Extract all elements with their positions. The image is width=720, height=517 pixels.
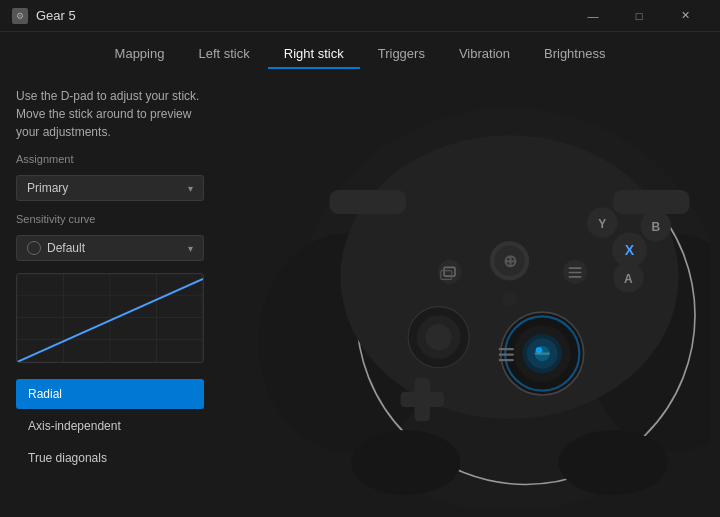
svg-rect-50 — [415, 378, 430, 422]
title-bar-left: ⚙ Gear 5 — [12, 8, 76, 24]
tab-left-stick[interactable]: Left stick — [182, 40, 265, 69]
sensitivity-value: Default — [47, 241, 85, 255]
maximize-button[interactable]: □ — [616, 0, 662, 32]
tab-right-stick[interactable]: Right stick — [268, 40, 360, 69]
tab-mapping[interactable]: Mapping — [99, 40, 181, 69]
assignment-value: Primary — [27, 181, 68, 195]
app-title: Gear 5 — [36, 8, 76, 23]
svg-rect-15 — [330, 190, 406, 214]
sensitivity-icon — [27, 241, 41, 255]
svg-rect-16 — [613, 190, 689, 214]
svg-rect-27 — [568, 272, 581, 274]
app-icon: ⚙ — [12, 8, 28, 24]
assignment-group: Assignment Primary ▾ — [16, 153, 204, 201]
sensitivity-chevron-icon: ▾ — [188, 243, 193, 254]
mode-buttons: Radial Axis-independent True diagonals — [16, 379, 204, 473]
svg-rect-47 — [499, 354, 514, 356]
assignment-label: Assignment — [16, 153, 204, 165]
left-panel: Use the D-pad to adjust your stick. Move… — [0, 69, 220, 508]
instructions-text: Use the D-pad to adjust your stick. Move… — [16, 87, 204, 141]
svg-point-51 — [351, 430, 460, 495]
svg-text:B: B — [651, 220, 660, 234]
mode-axis-independent-button[interactable]: Axis-independent — [16, 411, 204, 441]
mode-radial-button[interactable]: Radial — [16, 379, 204, 409]
assignment-dropdown[interactable]: Primary ▾ — [16, 175, 204, 201]
main-content: Use the D-pad to adjust your stick. Move… — [0, 69, 720, 508]
svg-text:X: X — [625, 242, 635, 258]
svg-text:A: A — [624, 272, 633, 286]
right-panel: X Y B A ⊕ — [220, 69, 720, 508]
sensitivity-label: Sensitivity curve — [16, 213, 204, 225]
sensitivity-group: Sensitivity curve Default ▾ — [16, 213, 204, 261]
chart-svg — [17, 274, 203, 363]
controller-svg: X Y B A ⊕ — [220, 69, 710, 508]
svg-rect-28 — [568, 276, 581, 278]
tab-vibration[interactable]: Vibration — [443, 40, 526, 69]
tab-brightness[interactable]: Brightness — [528, 40, 621, 69]
tab-triggers[interactable]: Triggers — [362, 40, 441, 69]
nav-bar: Mapping Left stick Right stick Triggers … — [0, 32, 720, 69]
svg-rect-45 — [535, 352, 550, 354]
svg-point-37 — [426, 324, 452, 350]
svg-rect-26 — [568, 267, 581, 269]
svg-text:Y: Y — [598, 217, 606, 231]
svg-rect-46 — [499, 348, 514, 350]
title-bar-controls: — □ ✕ — [570, 0, 708, 32]
sensitivity-chart — [16, 273, 204, 363]
sensitivity-dropdown[interactable]: Default ▾ — [16, 235, 204, 261]
svg-rect-48 — [499, 359, 514, 361]
svg-point-52 — [559, 430, 668, 495]
svg-point-53 — [502, 291, 517, 306]
svg-text:⊕: ⊕ — [503, 251, 517, 271]
assignment-chevron-icon: ▾ — [188, 183, 193, 194]
sensitivity-row: Default — [27, 241, 85, 255]
title-bar: ⚙ Gear 5 — □ ✕ — [0, 0, 720, 32]
minimize-button[interactable]: — — [570, 0, 616, 32]
mode-true-diagonals-button[interactable]: True diagonals — [16, 443, 204, 473]
close-button[interactable]: ✕ — [662, 0, 708, 32]
